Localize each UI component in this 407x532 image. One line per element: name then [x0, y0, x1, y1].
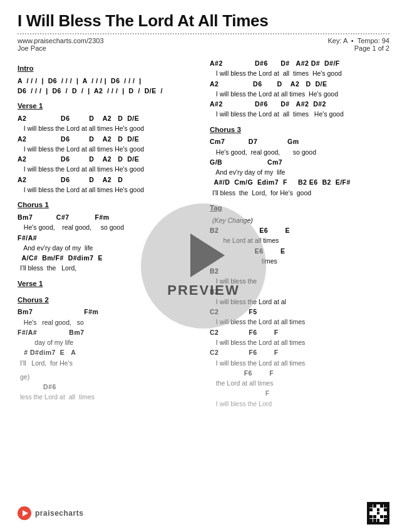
tag-chord-8: F6 F — [210, 368, 389, 378]
v2-chord-2: A2 D6 D A2 D D/E — [210, 79, 389, 89]
footer-brand: praisecharts — [35, 509, 83, 518]
qr-cell — [380, 504, 383, 508]
c3-chord-2: G/B Cm7 — [210, 157, 389, 167]
tag-chord-2: E6 E — [210, 246, 389, 256]
intro-chord-2: D6 / / / | D6 / D / | A2 / / / | D / D/E… — [18, 86, 197, 96]
tag-lyric-3: I will bless the — [210, 276, 389, 286]
qr-cell — [373, 519, 376, 522]
c3-lyric-3: I'll bless the Lord, for He's good — [210, 188, 389, 198]
tag-lyric-2: times — [210, 256, 389, 266]
key-tempo: Key: A • Tempo: 94 — [328, 37, 389, 44]
tag-chord-7: C2 F6 F — [210, 347, 389, 357]
c1-chord-1: Bm7 C#7 F#m — [18, 212, 197, 222]
tag-chord-4: B2 — [210, 287, 389, 297]
footer-logo: praisecharts — [18, 506, 83, 520]
title-divider — [18, 33, 389, 34]
section-title-verse1: Verse 1 — [18, 101, 197, 112]
c3-chord-1: Cm7 D7 Gm — [210, 136, 389, 146]
song-title: I Will Bless The Lord At All Times — [18, 11, 389, 31]
tag-lyric-6: I will bless the Lord at all times — [210, 337, 389, 347]
v1-lyric-3: I will bless the Lord at all times He's … — [18, 164, 197, 174]
qr-cell — [369, 504, 373, 508]
c2-lyric-3: I'll Lord, for He's — [18, 358, 197, 368]
qr-cell — [380, 515, 383, 518]
meta-right: Key: A • Tempo: 94 Page 1 of 2 — [328, 37, 389, 52]
section-chorus3: Chorus 3 Cm7 D7 Gm He's good, real good,… — [210, 125, 389, 198]
v2-lyric-2: I will bless the Lord at all times He's … — [210, 89, 389, 99]
tag-lyric-5: I will bless the Lord at all times — [210, 317, 389, 327]
footer-play-icon — [23, 510, 28, 516]
section-title-chorus2: Chorus 2 — [18, 295, 197, 306]
author: Joe Pace — [18, 44, 46, 52]
partial-lyric-1: ge) — [18, 372, 197, 382]
qr-cell — [380, 508, 383, 511]
v1-chord-2: A2 D6 D A2 D D/E — [18, 134, 197, 144]
section-chorus2: Chorus 2 Bm7 F#m He's real good, so F#/A… — [18, 295, 197, 368]
intro-chord-1: A / / / | D6 / / / | A / / / | D6 / / / … — [18, 76, 197, 86]
partial-left-content: ge) D#6 less the Lord at all times — [18, 372, 197, 402]
section-partial-left: ge) D#6 less the Lord at all times — [18, 372, 197, 402]
partial-chord-1: D#6 — [18, 382, 197, 392]
page-num: Page 1 of 2 — [354, 44, 389, 52]
qr-cell — [369, 512, 373, 515]
section-intro: Intro A / / / | D6 / / / | A / / / | D6 … — [18, 63, 197, 96]
c2-chord-3: # D#dim7 E A — [18, 347, 197, 357]
qr-cell — [377, 515, 380, 518]
qr-cell — [384, 504, 387, 508]
meta-row: www.praisecharts.com/2303 Joe Pace Key: … — [18, 37, 389, 52]
c2-chord-2: F#/A# Bm7 — [18, 327, 197, 337]
qr-cell — [377, 508, 380, 511]
qr-cell — [369, 508, 373, 511]
tag-lyric-8: the Lord at all times — [210, 378, 389, 388]
c3-chord-3: A#/D Cm/G Edim7 F B2 E6 B2 E/F# — [210, 177, 389, 187]
tag-lyric-7: I will bless the Lord at all times — [210, 358, 389, 368]
page: I Will Bless The Lord At All Times www.p… — [0, 0, 407, 532]
qr-cell — [377, 519, 380, 522]
c3-lyric-1: He's good, real good, so good — [210, 147, 389, 157]
section-verse1b: Verse 1 — [18, 279, 197, 290]
tag-lyric-9: I will bless the Lord — [210, 399, 389, 409]
qr-cell — [384, 519, 387, 522]
left-column: Intro A / / / | D6 / / / | A / / / | D6 … — [18, 58, 197, 412]
footer-play-button[interactable] — [18, 506, 31, 520]
section-title-verse1b: Verse 1 — [18, 279, 197, 290]
content-area: Intro A / / / | D6 / / / | A / / / | D6 … — [18, 58, 389, 412]
qr-cell — [369, 515, 373, 518]
section-title-intro: Intro — [18, 63, 197, 74]
c1-lyric-3: I'll bless the Lord, — [18, 263, 197, 273]
qr-cell — [384, 512, 387, 515]
c2-chord-1: Bm7 F#m — [18, 307, 197, 317]
qr-cell — [373, 508, 376, 511]
c1-chord-2: F#/A# — [18, 233, 197, 243]
v2-lyric-1: I will bless the Lord at all times He's … — [210, 68, 389, 78]
tag-chord-3: B2 — [210, 266, 389, 276]
v1-chord-1: A2 D6 D A2 D D/E — [18, 113, 197, 123]
c1-chord-3: A/C# Bm/F# D#dim7 E — [18, 253, 197, 263]
qr-cell — [373, 515, 376, 518]
tag-lyric-1: he Lord at all times — [210, 235, 389, 245]
section-title-tag: Tag — [210, 203, 389, 214]
qr-cell — [369, 519, 373, 522]
v2-chord-3: A#2 D#6 D# A#2 D#2 — [210, 99, 389, 109]
qr-cell — [380, 519, 383, 522]
footer: praisecharts — [18, 502, 389, 524]
v1-lyric-4: I will bless the Lord at all times He's … — [18, 185, 197, 195]
section-title-chorus1: Chorus 1 — [18, 200, 197, 211]
qr-cell — [373, 512, 376, 515]
qr-cell — [377, 512, 380, 515]
c2-lyric-1: He's real good, so — [18, 317, 197, 327]
tag-key-change: (Key Change) — [210, 215, 389, 225]
qr-cell — [373, 504, 376, 508]
c1-lyric-2: And ev'ry day of my life — [18, 243, 197, 253]
v1-lyric-2: I will bless the Lord at all times He's … — [18, 144, 197, 154]
qr-cell — [384, 508, 387, 511]
right-column: A#2 D#6 D# A#2 D# D#/F I will bless the … — [210, 58, 389, 412]
section-tag: Tag (Key Change) B2 E6 E he Lord at all … — [210, 203, 389, 409]
section-chorus1: Chorus 1 Bm7 C#7 F#m He's good, real goo… — [18, 200, 197, 273]
qr-cell — [380, 512, 383, 515]
v1-chord-3: A2 D6 D A2 D D/E — [18, 154, 197, 164]
qr-inner — [369, 504, 387, 522]
partial-lyric-2: less the Lord at all times — [18, 392, 197, 402]
meta-left: www.praisecharts.com/2303 Joe Pace — [18, 37, 104, 52]
v1-lyric-1: I will bless the Lord at all times He's … — [18, 123, 197, 133]
